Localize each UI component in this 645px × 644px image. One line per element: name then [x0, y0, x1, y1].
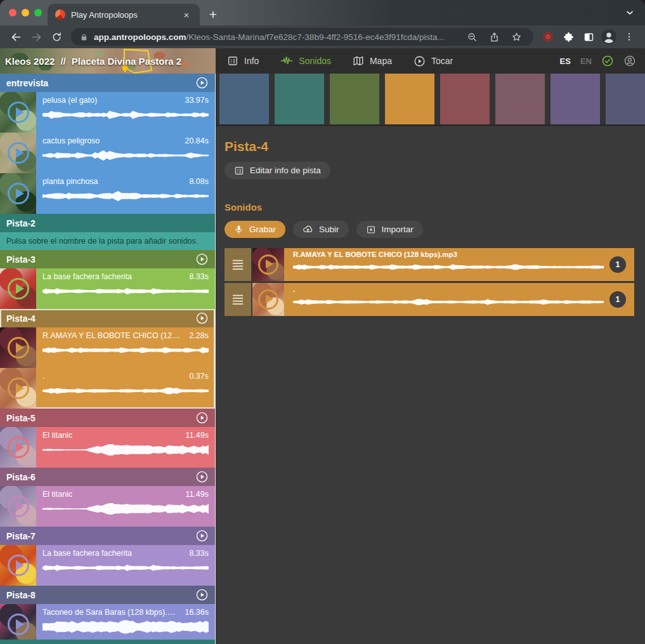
waveform — [42, 283, 209, 299]
clip-thumbnail — [0, 92, 36, 133]
track-detail-panel: Pista-4 Editar info de pista Sonidos Gra… — [216, 74, 645, 644]
play-ring-icon — [8, 183, 29, 204]
track-tab-4[interactable] — [385, 74, 434, 124]
clip-play-overlay[interactable] — [0, 604, 36, 644]
sound-row-body[interactable]: R.AMAYA Y EL BOBOTE CHICO (128 kbps).mp3… — [252, 248, 634, 281]
clip-play-overlay[interactable] — [0, 327, 36, 368]
minimize-window-button[interactable] — [22, 9, 29, 16]
browser-tab[interactable]: Play Antropoloops × — [48, 4, 200, 25]
nav-item-tocar[interactable]: Tocar — [414, 55, 453, 67]
breadcrumb-project[interactable]: Kleos 2022 — [5, 56, 55, 67]
clip-thumbnail — [0, 133, 36, 173]
sound-clip[interactable]: R.AMAYA Y EL BOBOTE CHICO (128 kbps)....… — [0, 327, 215, 368]
breadcrumb-page[interactable]: Placeta Divina Pastora 2 — [72, 56, 181, 67]
share-icon[interactable] — [486, 27, 502, 46]
track-play-button[interactable] — [195, 312, 209, 325]
new-tab-button[interactable]: + — [204, 5, 223, 24]
reload-button[interactable] — [47, 27, 66, 46]
track-tab-6[interactable] — [495, 74, 545, 124]
clip-play-overlay[interactable] — [0, 133, 36, 173]
subir-button[interactable]: Subir — [293, 221, 349, 238]
zoom-out-icon[interactable] — [464, 27, 480, 46]
track-header-pista-7[interactable]: Pista-7 — [0, 527, 215, 545]
clip-play-overlay[interactable] — [0, 545, 36, 586]
track-play-button[interactable] — [195, 588, 209, 601]
track-name: Pista-6 — [6, 472, 36, 482]
sound-clip[interactable]: El titanic11.49s — [0, 427, 215, 468]
track-tab-8[interactable] — [606, 74, 645, 124]
forward-button[interactable] — [27, 27, 46, 46]
clip-name: . — [42, 372, 44, 381]
edit-list-icon — [234, 166, 244, 176]
track-header-pista-8[interactable]: Pista-8 — [0, 586, 215, 604]
language-toggle-es[interactable]: ES — [560, 56, 571, 66]
clip-play-overlay[interactable] — [0, 268, 36, 309]
track-tab-3[interactable] — [330, 74, 379, 124]
edit-track-info-button[interactable]: Editar info de pista — [225, 162, 330, 179]
check-circle-icon[interactable] — [601, 55, 614, 67]
clip-info: Taconeo de Sara Baras (128 kbps).mp316.3… — [42, 608, 209, 617]
track-section-pista-3: Pista-3La base fachera facherita8.33s — [0, 250, 215, 309]
track-tab-5[interactable] — [440, 74, 490, 124]
sound-clip[interactable]: Taconeo de Sara Baras (128 kbps).mp316.3… — [0, 604, 215, 644]
sound-clip[interactable]: .0.37s — [0, 368, 215, 409]
clip-play-overlay[interactable] — [0, 173, 36, 214]
waveform — [42, 107, 209, 123]
importar-button[interactable]: Importar — [356, 221, 423, 238]
tab-favicon-icon — [55, 10, 65, 20]
track-tab-7[interactable] — [551, 74, 600, 124]
extensions-puzzle-icon[interactable] — [559, 27, 578, 46]
url-bar[interactable]: app.antropoloops.com/Kleos-Santa-Marina/… — [71, 28, 533, 46]
clip-play-overlay[interactable] — [252, 248, 284, 281]
grabar-button[interactable]: Grabar — [225, 221, 285, 238]
sound-clip[interactable]: cactus peligroso20.84s — [0, 133, 215, 173]
track-play-button[interactable] — [195, 529, 209, 542]
track-section-entrevista: entrevistapelusa (el gato)33.97scactus p… — [0, 74, 215, 214]
track-tab-2[interactable] — [275, 74, 324, 124]
clip-play-overlay[interactable] — [0, 486, 36, 527]
sound-row-body[interactable]: .1 — [252, 283, 634, 316]
nav-item-info[interactable]: Info — [227, 55, 259, 67]
track-header-pista-3[interactable]: Pista-3 — [0, 250, 215, 268]
nav-item-mapa[interactable]: Mapa — [353, 55, 392, 67]
import-icon — [366, 225, 376, 235]
clip-play-overlay[interactable] — [0, 368, 36, 409]
drag-handle[interactable] — [225, 283, 252, 316]
clip-play-overlay[interactable] — [0, 427, 36, 468]
track-play-button[interactable] — [195, 470, 209, 483]
track-play-button[interactable] — [195, 411, 209, 424]
account-icon[interactable] — [623, 55, 636, 67]
bookmark-star-icon[interactable] — [508, 27, 524, 46]
clip-play-overlay[interactable] — [0, 92, 36, 133]
fullscreen-window-button[interactable] — [34, 9, 42, 16]
side-panel-icon[interactable] — [579, 27, 598, 46]
clip-play-overlay[interactable] — [252, 283, 284, 316]
track-play-button[interactable] — [195, 76, 209, 89]
tab-search-chevron-icon[interactable] — [625, 8, 635, 18]
clip-body: El titanic11.49s — [36, 486, 215, 527]
sound-clip[interactable]: planta pinchosa8.08s — [0, 173, 215, 214]
language-toggle-en[interactable]: EN — [580, 56, 592, 66]
browser-menu-icon[interactable] — [620, 27, 639, 46]
project-breadcrumb-banner[interactable]: Kleos 2022 // Placeta Divina Pastora 2 — [0, 48, 216, 74]
track-tab-1[interactable] — [219, 74, 269, 124]
track-header-pista-4[interactable]: Pista-4 — [0, 309, 215, 327]
close-window-button[interactable] — [9, 9, 16, 16]
sound-clip[interactable]: pelusa (el gato)33.97s — [0, 92, 215, 133]
sound-clip[interactable]: La base fachera facherita8.33s — [0, 545, 215, 586]
sound-clip[interactable]: El titanic11.49s — [0, 486, 215, 527]
waveform — [42, 560, 209, 576]
profile-avatar[interactable] — [599, 27, 618, 46]
back-button[interactable] — [6, 27, 25, 46]
track-header-pista-6[interactable]: Pista-6 — [0, 468, 215, 486]
track-header-pista-5[interactable]: Pista-5 — [0, 409, 215, 427]
track-header-pista-2[interactable]: Pista-2 — [0, 214, 215, 232]
drag-handle[interactable] — [225, 248, 252, 281]
tab-close-icon[interactable]: × — [181, 10, 192, 20]
record-indicator-icon[interactable] — [538, 27, 557, 46]
track-header-entrevista[interactable]: entrevista — [0, 74, 215, 92]
nav-item-sonidos[interactable]: Sonidos — [280, 55, 331, 67]
sound-clip[interactable]: La base fachera facherita8.33s — [0, 268, 215, 309]
clip-duration: 11.49s — [185, 431, 209, 440]
track-play-button[interactable] — [195, 253, 209, 266]
